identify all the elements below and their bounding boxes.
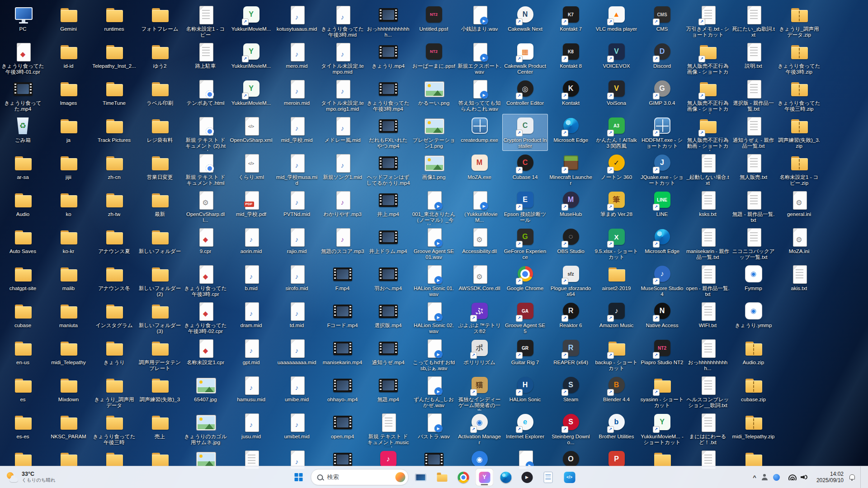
desktop-icon[interactable]: S↗Steinberg Downlo... xyxy=(548,410,594,447)
weather-widget[interactable]: 33°C くもりのち晴れ xyxy=(0,466,62,488)
desktop-icon[interactable]: </>くらり.xml xyxy=(228,151,274,188)
desktop-icon[interactable]: manisekarin - 親作品一覧.txt xyxy=(685,225,731,262)
desktop-icon[interactable]: GR↗Guitar Rig 7 xyxy=(502,336,548,373)
desktop-icon[interactable]: ja xyxy=(46,114,91,151)
desktop-icon[interactable]: ohhayo-.mp4 xyxy=(320,373,365,410)
desktop-icon[interactable]: midi_Telepathy.zip xyxy=(731,410,776,447)
desktop-icon[interactable]: かるーい.png xyxy=(411,77,457,114)
desktop-icon[interactable]: NKSC_PARAM xyxy=(46,410,91,447)
desktop-icon[interactable]: ↗HDDFMT.exe - ショートカット xyxy=(639,114,685,151)
desktop-icon[interactable]: 調声用データテンプレート xyxy=(137,336,183,373)
desktop-icon[interactable]: Mixdown xyxy=(46,373,91,410)
desktop-icon[interactable]: ◌↗OBS Studio xyxy=(548,225,594,262)
show-desktop-button[interactable] xyxy=(860,466,863,488)
desktop-icon[interactable]: M↗MuseHub xyxy=(548,188,594,225)
desktop-icon[interactable]: ♪↗MuseScore Studio 4 xyxy=(639,262,685,299)
media-player-button[interactable]: ▶ xyxy=(518,468,536,486)
desktop-icon[interactable]: es-es xyxy=(0,410,46,447)
desktop-icon[interactable]: ♪無題のスコア.mp3 xyxy=(320,225,365,262)
desktop-icon[interactable]: ↗無人販売不正行為画像 - ショートカッ... xyxy=(685,40,731,77)
desktop-icon[interactable]: ▶新規エクスポート.wav xyxy=(457,40,502,77)
desktop-icon[interactable]: ◉↗Activation Manager xyxy=(457,410,502,447)
desktop-icon[interactable]: K8↗Kontakt 8 xyxy=(548,40,594,77)
file-explorer-button[interactable] xyxy=(433,468,451,486)
desktop-icon[interactable]: ↗Microsoft Edge xyxy=(548,114,594,151)
desktop-icon[interactable]: プレゼンテーション1.png xyxy=(411,114,457,151)
desktop-icon[interactable]: 通知うぜ.mp4 xyxy=(365,336,411,373)
desktop-icon[interactable]: おっhhhhhhhhhhhh... xyxy=(365,3,411,40)
desktop-icon[interactable]: 無題 - 親作品一覧.txt xyxy=(731,188,776,225)
task-view-button[interactable] xyxy=(412,468,430,486)
desktop-icon[interactable]: ポ↗ポリリリズム xyxy=(457,336,502,373)
desktop-icon[interactable]: ⚙AWSSDK.Core.dll xyxy=(457,262,502,299)
desktop-icon[interactable]: N↗Native Access xyxy=(639,299,685,336)
desktop-icon[interactable]: Auto Saves xyxy=(0,225,46,262)
desktop-icon[interactable]: ⚙general.ini xyxy=(776,188,822,225)
desktop-icon[interactable]: 新規 テキスト ドキュメント.musicxml xyxy=(365,410,411,447)
desktop-icon[interactable]: ♪PVTNd.mid xyxy=(274,188,320,225)
desktop-icon[interactable]: runtimes xyxy=(91,3,137,40)
desktop-icon[interactable]: ▶（YukkuriMovieM... xyxy=(457,188,502,225)
desktop-icon[interactable]: ◆きょうり食ってた午後3時-02.cpr xyxy=(183,299,228,336)
desktop-icon[interactable]: 新しいフォルダー (2) xyxy=(137,262,183,299)
desktop-icon[interactable]: ♪新規ソング1.mid xyxy=(320,151,365,188)
desktop-icon[interactable]: V↗VOICEVOX xyxy=(594,40,639,77)
desktop-icon[interactable]: ♪sirofo.mid xyxy=(274,262,320,299)
desktop-icon[interactable]: ♪タイトル未設定.tempo.orig1.mid xyxy=(320,77,365,114)
desktop-icon[interactable]: ↗Google Chrome xyxy=(502,262,548,299)
desktop-icon[interactable]: PC xyxy=(0,3,46,40)
desktop-icon[interactable]: F.mp4 xyxy=(320,262,365,299)
desktop-icon[interactable]: NT2↗Piapro Studio NT2 xyxy=(639,336,685,373)
desktop-icon[interactable]: きょうりのカゴル用サムネ.jpg xyxy=(183,410,228,447)
desktop-icon[interactable]: PDFmid_学校.pdf xyxy=(228,188,274,225)
desktop-icon[interactable]: es xyxy=(0,373,46,410)
desktop-icon[interactable]: Audio.zip xyxy=(731,336,776,373)
desktop-icon[interactable]: manisekarin.mp4 xyxy=(320,336,365,373)
desktop-icon[interactable]: midi_Telepathy xyxy=(46,336,91,373)
desktop-icon[interactable]: ぷ↗ぷよぷよ™テトリス®2 xyxy=(457,299,502,336)
desktop-icon[interactable]: ▶Groove Agent SE 01.wav xyxy=(411,225,457,262)
desktop-icon[interactable]: ▦↗Cakewalk Product Center xyxy=(502,40,548,77)
desktop-icon[interactable]: 筆↗筆まめ Ver.28 xyxy=(594,188,639,225)
desktop-icon[interactable]: 名称未設定1 - コピー.zip xyxy=(776,151,822,188)
desktop-icon[interactable]: ♪uaaaaaaaaa.mid xyxy=(274,336,320,373)
desktop-icon[interactable]: ko-kr xyxy=(46,225,91,262)
desktop-icon[interactable]: だれもFXいれたやつ.mp4 xyxy=(365,114,411,151)
desktop-icon[interactable]: きょうり食ってた午後3時.mp4 xyxy=(365,77,411,114)
desktop-icon[interactable]: open - 親作品一覧.txt xyxy=(685,262,731,299)
desktop-icon[interactable]: 新規 テキスト ドキュメント (2).html xyxy=(183,114,228,151)
desktop-icon[interactable]: ▶小銭詰まり.wav xyxy=(457,3,502,40)
desktop-icon[interactable]: ⚙Accessibility.dll xyxy=(457,225,502,262)
desktop-icon[interactable]: 選択版 - 親作品一覧.txt xyxy=(731,77,776,114)
desktop-icon[interactable]: ラベル印刷 xyxy=(137,77,183,114)
desktop-icon[interactable]: きょうり xyxy=(91,336,137,373)
chrome-button[interactable] xyxy=(454,468,472,486)
desktop-icon[interactable]: ◆名称未設定1.cpr xyxy=(183,336,228,373)
desktop-icon[interactable]: 新しいフォルダー xyxy=(137,225,183,262)
start-button[interactable] xyxy=(290,468,308,486)
desktop-icon[interactable]: ♪umibet.mid xyxy=(274,410,320,447)
desktop-icon[interactable]: airset2-2019 xyxy=(594,262,639,299)
desktop-icon[interactable]: ▶バストラ.wav xyxy=(411,410,457,447)
desktop-icon[interactable]: Fコード.mp4 xyxy=(320,299,365,336)
desktop-icon[interactable]: ♪rajio.mid xyxy=(274,225,320,262)
desktop-icon[interactable]: ◉きょうり.ymmp xyxy=(731,299,776,336)
code-button[interactable]: </> xyxy=(561,468,579,486)
desktop-icon[interactable]: ♪kotusytuaaus.mid xyxy=(274,3,320,40)
desktop-icon[interactable]: maniuta xyxy=(46,299,91,336)
desktop-icon[interactable]: C↗Cubase 14 xyxy=(502,151,548,188)
desktop-icon[interactable]: ▶答え知ってても知らんわこれ.wav xyxy=(457,77,502,114)
user-tray-icon[interactable] xyxy=(761,474,768,480)
desktop-icon[interactable]: ↗backup - ショートカット xyxy=(594,336,639,373)
desktop-icon[interactable]: G↗GIMP 3.0.4 xyxy=(639,77,685,114)
desktop-icon[interactable]: ニコニコバックアップ一覧.txt xyxy=(731,225,776,262)
desktop-icon[interactable]: ♪umibe.mid xyxy=(274,373,320,410)
desktop-icon[interactable]: ♻ごみ箱 xyxy=(0,114,46,151)
desktop-icon[interactable]: 調声練習(失敗)_3.zip xyxy=(776,114,822,151)
desktop-icon[interactable]: 選択版.mp4 xyxy=(365,299,411,336)
desktop-icon[interactable]: ◎↗Controller Editor xyxy=(502,77,548,114)
desktop-icon[interactable]: きょうり食ってた午後三時 xyxy=(91,410,137,447)
desktop-icon[interactable]: zh-cn xyxy=(91,151,137,188)
desktop-icon[interactable]: 井上.mp4 xyxy=(365,188,411,225)
desktop-icon[interactable]: WIFI.txt xyxy=(685,299,731,336)
